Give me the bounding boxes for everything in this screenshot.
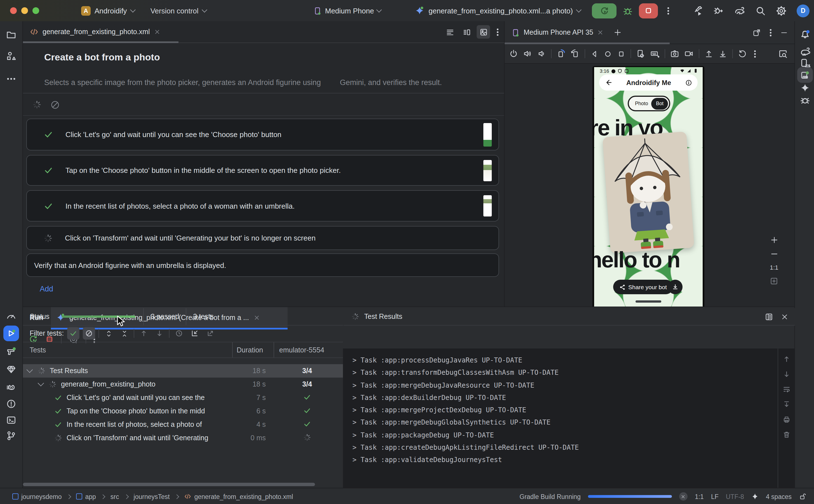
add-step-button[interactable]: Add — [40, 285, 53, 293]
device-settings-icon[interactable] — [636, 49, 645, 58]
debug-button[interactable] — [623, 6, 633, 16]
journey-description[interactable]: Selects a specific image from the photo … — [44, 78, 486, 87]
gradle-build-status[interactable]: Gradle Build Running — [519, 493, 581, 500]
download-icon[interactable] — [718, 49, 727, 58]
emulator-options-menu[interactable] — [770, 32, 771, 33]
android-home-icon[interactable] — [604, 50, 612, 58]
caret-position[interactable]: 1:1 — [695, 493, 704, 500]
breadcrumb-module[interactable]: app — [76, 493, 96, 500]
cancel-build-button[interactable] — [679, 492, 688, 501]
console-output[interactable]: > Task :app:processDebugJavaRes UP-TO-DA… — [352, 354, 772, 488]
toggle-photo-label[interactable]: Photo — [635, 101, 648, 106]
rotate-right-icon[interactable] — [571, 49, 580, 58]
screen-search-icon[interactable] — [778, 49, 788, 58]
unlock-icon[interactable] — [799, 493, 806, 500]
git-tool-icon[interactable] — [6, 431, 16, 441]
fit-to-window-icon[interactable] — [770, 277, 778, 285]
expander-icon[interactable] — [27, 367, 33, 373]
input-keyboard-icon[interactable] — [650, 49, 660, 58]
step-screenshot-thumbnail[interactable] — [483, 195, 492, 216]
close-icon[interactable] — [154, 29, 161, 35]
test-row[interactable]: Tap on the 'Choose photo' button in the … — [23, 404, 343, 418]
scroll-to-end-icon[interactable] — [782, 401, 790, 408]
navigation-handle[interactable] — [636, 300, 661, 303]
zoom-level-label[interactable]: 1:1 — [770, 264, 778, 271]
export-tests-icon[interactable] — [204, 327, 217, 340]
scroll-down-icon[interactable] — [782, 370, 790, 378]
power-icon[interactable] — [509, 49, 518, 58]
rotate-left-icon[interactable] — [557, 49, 566, 58]
breadcrumb-folder[interactable]: src — [110, 493, 119, 500]
rerun-button[interactable] — [592, 3, 617, 18]
gradle-sync-icon[interactable] — [734, 5, 745, 16]
journey-step-card[interactable]: In the recent list of photos, select a p… — [26, 190, 499, 222]
download-bot-button[interactable] — [668, 280, 683, 294]
attach-debugger-icon[interactable] — [713, 5, 724, 16]
project-widget[interactable]: A Androidify — [81, 6, 135, 15]
device-selector[interactable]: Medium Phone — [313, 0, 381, 21]
journey-step-card[interactable]: Verify that an Android figurine with an … — [26, 253, 499, 277]
structure-tool-icon[interactable] — [6, 51, 16, 61]
emulator-more-menu[interactable] — [754, 53, 756, 55]
search-everywhere-icon[interactable] — [755, 5, 766, 16]
terminal-tool-icon[interactable] — [6, 415, 16, 425]
close-icon[interactable] — [781, 313, 788, 320]
running-devices-tool-icon-selected[interactable] — [797, 67, 813, 83]
console-title[interactable]: Test Results — [364, 313, 402, 321]
test-row-selected[interactable]: Test Results 18 s 3/4 — [23, 364, 343, 378]
clear-console-trash-icon[interactable] — [782, 431, 790, 439]
open-in-window-icon[interactable] — [752, 28, 761, 37]
test-row[interactable]: In the recent list of photos, select a p… — [23, 418, 343, 431]
console-layout-icon[interactable] — [765, 312, 773, 321]
ai-sparkle-icon[interactable] — [751, 493, 759, 500]
upload-icon[interactable] — [704, 49, 713, 58]
cancel-run-icon[interactable] — [50, 100, 60, 109]
aqi-bug-tool-icon[interactable] — [799, 95, 810, 105]
project-tool-icon[interactable] — [6, 30, 16, 40]
test-history-clock-icon[interactable] — [173, 327, 185, 340]
settings-gear-icon[interactable] — [776, 5, 787, 16]
more-actions-menu[interactable] — [667, 10, 669, 11]
gradle-tool-icon[interactable] — [799, 46, 810, 57]
breadcrumb-file[interactable]: generate_from_existing_photo.xml — [184, 493, 293, 500]
android-overview-icon[interactable] — [617, 50, 625, 58]
screen-record-icon[interactable] — [684, 49, 694, 58]
column-device[interactable]: emulator-5554 — [279, 346, 324, 354]
window-close-button[interactable] — [10, 7, 17, 14]
share-bot-button[interactable]: Share your bot — [613, 280, 673, 294]
import-tests-icon[interactable] — [189, 327, 201, 340]
view-mode-code-icon[interactable] — [443, 25, 457, 39]
previous-failed-icon[interactable] — [138, 327, 150, 340]
new-tab-plus-icon[interactable] — [614, 29, 622, 36]
journey-step-card[interactable]: Tap on the 'Choose photo' button in the … — [26, 155, 499, 186]
breadcrumb-module[interactable]: journeysdemo — [12, 493, 62, 500]
gemini-tool-icon[interactable] — [800, 83, 810, 93]
editor-options-menu[interactable] — [497, 31, 498, 33]
logcat-tool-icon[interactable] — [6, 382, 16, 392]
volume-down-icon[interactable] — [537, 49, 546, 58]
window-minimize-button[interactable] — [21, 7, 28, 14]
test-row[interactable]: Click 'Let's go' and wait until you can … — [23, 391, 343, 404]
build-tool-icon[interactable] — [6, 346, 16, 356]
window-zoom-button[interactable] — [32, 7, 39, 14]
line-separator[interactable]: LF — [711, 493, 719, 500]
build-run-icon[interactable] — [693, 5, 703, 16]
print-icon[interactable] — [782, 416, 790, 423]
column-tests[interactable]: Tests — [30, 346, 46, 354]
zoom-out-icon[interactable] — [770, 250, 778, 258]
journey-step-card[interactable]: Click 'Let's go' and wait until you can … — [26, 119, 499, 150]
vcs-widget[interactable]: Version control — [150, 6, 206, 15]
zoom-in-icon[interactable] — [770, 236, 778, 244]
show-passed-filter[interactable] — [67, 327, 79, 340]
view-mode-design-icon[interactable] — [477, 25, 490, 39]
expand-all-icon[interactable] — [102, 327, 115, 340]
tab-scrollbar[interactable] — [23, 41, 178, 43]
test-row[interactable]: generate_from_existing_photo 18 s 3/4 — [23, 378, 343, 391]
more-tools-icon[interactable] — [6, 74, 16, 84]
profiler-tool-icon[interactable] — [6, 311, 16, 321]
show-ignored-filter[interactable] — [83, 327, 95, 340]
test-row[interactable]: Click on 'Transform' and wait until 'Gen… — [23, 431, 343, 445]
view-mode-split-icon[interactable] — [460, 25, 473, 39]
expander-icon[interactable] — [38, 380, 44, 387]
horizontal-scrollbar[interactable] — [23, 483, 315, 486]
